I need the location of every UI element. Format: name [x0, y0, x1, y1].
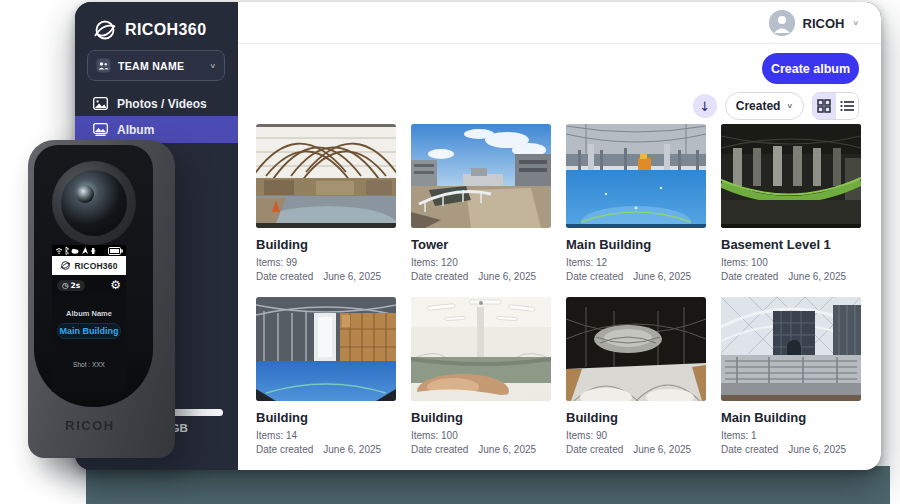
album-title: Building — [256, 410, 396, 425]
album-card[interactable]: Building Items: 99 Date created June 6, … — [256, 124, 396, 282]
album-date-value: June 6, 2025 — [323, 271, 381, 282]
account-name: RICOH — [803, 16, 845, 31]
list-icon — [840, 100, 854, 112]
view-toggle — [812, 92, 859, 120]
camera-lens — [52, 161, 136, 245]
album-title: Main Building — [566, 237, 706, 252]
album-items-count: Items: 12 — [566, 257, 706, 268]
camera-status-bar — [52, 245, 126, 256]
album-thumbnail — [256, 297, 396, 401]
album-date-row: Date created June 6, 2025 — [721, 271, 861, 282]
sidebar-item-label: Album — [117, 123, 154, 137]
album-title: Basement Level 1 — [721, 237, 861, 252]
chevron-down-icon: ∨ — [209, 62, 216, 70]
main-content: RICOH ∨ Create album ↓ Created ∨ — [238, 2, 881, 470]
gear-icon: ⚙ — [110, 278, 121, 292]
sort-by-dropdown[interactable]: Created ∨ — [725, 92, 804, 120]
ricoh360-logo-icon — [93, 18, 117, 42]
camera-screen-main: Album Name Main Building Shot : XXX — [52, 295, 126, 392]
album-date-label: Date created — [721, 271, 778, 282]
album-date-row: Date created June 6, 2025 — [256, 444, 396, 455]
album-items-count: Items: 99 — [256, 257, 396, 268]
album-title: Building — [411, 410, 551, 425]
album-date-label: Date created — [256, 444, 313, 455]
sidebar-item-label: Photos / Videos — [117, 97, 207, 111]
album-date-value: June 6, 2025 — [633, 271, 691, 282]
timer-indicator: ◷ 2s — [57, 280, 85, 291]
album-title: Tower — [411, 237, 551, 252]
camera-status-icons — [55, 246, 97, 255]
album-card[interactable]: Main Building Items: 12 Date created Jun… — [566, 124, 706, 282]
list-view-button[interactable] — [835, 93, 858, 119]
sort-direction-button[interactable]: ↓ — [693, 94, 717, 118]
album-date-row: Date created June 6, 2025 — [411, 271, 551, 282]
create-album-button[interactable]: Create album — [762, 53, 859, 84]
app-window: RICOH360 TEAM NAME ∨ Photos / Videos — [75, 2, 881, 470]
album-date-label: Date created — [411, 271, 468, 282]
album-thumbnail — [721, 297, 861, 401]
team-selector[interactable]: TEAM NAME ∨ — [87, 50, 225, 81]
album-date-value: June 6, 2025 — [478, 444, 536, 455]
camera-lens-pupil — [76, 185, 94, 203]
album-date-row: Date created June 6, 2025 — [256, 271, 396, 282]
camera-screen-controls: ◷ 2s ⚙ — [52, 275, 126, 295]
ricoh360-logo-icon — [60, 260, 71, 271]
battery-icon — [108, 247, 123, 255]
timer-icon: ◷ — [62, 281, 69, 290]
app-logo: RICOH360 — [93, 18, 206, 42]
album-date-label: Date created — [566, 271, 623, 282]
chevron-down-icon: ∨ — [852, 19, 859, 27]
album-card[interactable]: Building Items: 100 Date created June 6,… — [411, 297, 551, 455]
person-icon — [769, 10, 795, 36]
album-date-value: June 6, 2025 — [788, 271, 846, 282]
camera-shot-counter: Shot : XXX — [52, 361, 126, 368]
album-items-count: Items: 100 — [721, 257, 861, 268]
album-title: Main Building — [721, 410, 861, 425]
album-date-label: Date created — [256, 271, 313, 282]
camera-screen: RICOH360 ◷ 2s ⚙ Album Name Main Building… — [52, 245, 126, 392]
sort-by-label: Created — [736, 99, 781, 113]
camera-lens-glass — [61, 170, 127, 236]
list-controls: ↓ Created ∨ — [693, 92, 859, 120]
sidebar-item-album[interactable]: Album — [75, 116, 238, 143]
album-items-count: Items: 100 — [411, 430, 551, 441]
album-card[interactable]: Building Items: 90 Date created June 6, … — [566, 297, 706, 455]
album-date-value: June 6, 2025 — [478, 271, 536, 282]
team-icon — [96, 58, 111, 73]
album-card[interactable]: Building Items: 14 Date created June 6, … — [256, 297, 396, 455]
team-name-label: TEAM NAME — [118, 60, 202, 72]
sidebar-item-photos-videos[interactable]: Photos / Videos — [75, 90, 238, 117]
album-thumbnail — [411, 124, 551, 228]
album-title: Building — [256, 237, 396, 252]
album-date-label: Date created — [721, 444, 778, 455]
album-date-row: Date created June 6, 2025 — [411, 444, 551, 455]
album-icon — [93, 123, 108, 136]
album-card[interactable]: Main Building Items: 1 Date created June… — [721, 297, 861, 455]
album-thumbnail — [566, 297, 706, 401]
album-date-value: June 6, 2025 — [323, 444, 381, 455]
album-items-count: Items: 14 — [256, 430, 396, 441]
album-items-count: Items: 120 — [411, 257, 551, 268]
album-card[interactable]: Tower Items: 120 Date created June 6, 20… — [411, 124, 551, 282]
grid-icon — [817, 99, 831, 113]
avatar — [769, 10, 795, 36]
album-date-value: June 6, 2025 — [633, 444, 691, 455]
album-thumbnail — [721, 124, 861, 228]
album-items-count: Items: 90 — [566, 430, 706, 441]
album-date-row: Date created June 6, 2025 — [566, 271, 706, 282]
app-logo-text: RICOH360 — [125, 21, 206, 39]
camera-brand-label: RICOH — [28, 418, 152, 433]
album-date-row: Date created June 6, 2025 — [566, 444, 706, 455]
top-bar: RICOH ∨ — [238, 2, 881, 44]
chevron-down-icon: ∨ — [786, 102, 793, 110]
album-title: Building — [566, 410, 706, 425]
album-date-label: Date created — [411, 444, 468, 455]
grid-view-button[interactable] — [813, 93, 835, 119]
camera-album-name-label: Album Name — [52, 295, 126, 318]
camera-album-name-value: Main Building — [57, 323, 121, 339]
camera-screen-logo-text: RICOH360 — [74, 261, 117, 271]
album-thumbnail — [256, 124, 396, 228]
album-card[interactable]: Basement Level 1 Items: 100 Date created… — [721, 124, 861, 282]
album-grid: Building Items: 99 Date created June 6, … — [256, 124, 861, 455]
account-menu[interactable]: RICOH ∨ — [769, 10, 859, 36]
